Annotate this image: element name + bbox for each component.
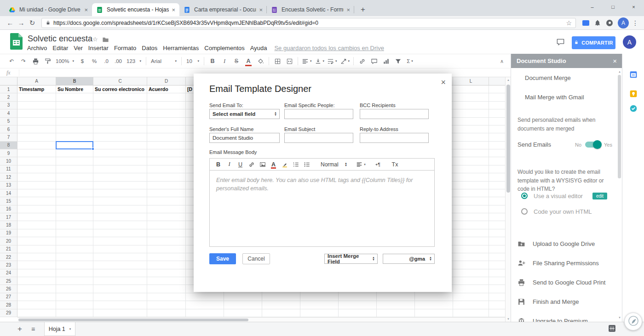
sidebar-item-upload-to-google-drive[interactable]: Upload to Google Drive [518,239,595,249]
cell-B28[interactable] [56,301,93,309]
sidebar-scroll-thumb[interactable] [618,75,621,178]
cell-L27[interactable] [453,293,489,301]
cell-D13[interactable] [147,182,186,189]
cell-B25[interactable] [56,277,93,285]
sidebar-scroll-down-icon[interactable]: ▼ [618,316,621,319]
row-header-6[interactable]: 6 [0,125,17,133]
cell-B8[interactable] [56,142,93,149]
row-header-27[interactable]: 27 [0,293,17,301]
cell-B3[interactable] [56,102,93,109]
sidebar-item-finish-and-merge[interactable]: Finish and Merge [518,296,579,307]
cell-B22[interactable] [56,253,93,261]
cell-B4[interactable] [56,109,93,117]
row-header-5[interactable]: 5 [0,118,17,125]
row-header-9[interactable]: 9 [0,149,17,157]
cell-A6[interactable] [17,125,56,133]
cell-A16[interactable] [17,205,56,213]
cell-M15[interactable] [489,197,505,205]
cell-L14[interactable] [453,189,489,197]
cell-C24[interactable] [93,269,147,277]
cell-A2[interactable] [17,93,56,101]
row-header-7[interactable]: 7 [0,133,17,141]
toolbar-bold-button[interactable]: B [207,56,218,67]
extension-cast-icon[interactable] [581,18,590,28]
cell-M10[interactable] [489,157,505,165]
menu-ayuda[interactable]: Ayuda [247,44,270,52]
row-header-21[interactable]: 21 [0,245,17,253]
cell-L19[interactable] [453,229,489,237]
row-header-19[interactable]: 19 [0,229,17,237]
radio-code-html[interactable]: Code your own HTML [521,207,592,216]
tab-close-icon[interactable]: × [346,6,350,13]
cell-D26[interactable] [147,285,186,293]
cell-A26[interactable] [17,285,56,293]
cell-M13[interactable] [489,182,505,189]
editor-clear-formatting-button[interactable]: Tx [390,159,400,169]
cell-D6[interactable] [147,125,186,133]
cell-L24[interactable] [453,269,489,277]
cell-A13[interactable] [17,182,56,189]
menu-herramientas[interactable]: Herramientas [160,44,201,52]
sidebar-item-send-to-google-cloud-print[interactable]: Send to Google Cloud Print [518,277,605,287]
cell-B11[interactable] [56,165,93,173]
cell-B27[interactable] [56,293,93,301]
browser-tab[interactable]: Encuesta Solvetic - Formularios d× [267,3,354,16]
sidebar-item-upgrade-to-premium[interactable]: Upgrade to Premium [518,316,588,322]
all-sheets-icon[interactable]: ≡ [31,325,35,333]
cell-H29[interactable] [300,309,339,317]
new-tab-button[interactable]: + [357,4,369,15]
toolbar-font-family-button[interactable]: Arial▾ [149,56,178,67]
email-domain-select[interactable]: @gma ▲▼ [383,254,435,264]
cell-L26[interactable] [453,285,489,293]
cell-M20[interactable] [489,237,505,245]
toolbar-more-formats-button[interactable]: 123▾ [125,56,143,67]
cell-D11[interactable] [147,165,186,173]
cell-C10[interactable] [93,157,147,165]
toolbar-create-filter-button[interactable] [392,56,403,67]
cell-C25[interactable] [93,277,147,285]
cell-B23[interactable] [56,261,93,269]
cell-B20[interactable] [56,237,93,245]
cell-L7[interactable] [453,133,489,141]
cell-A15[interactable] [17,197,56,205]
cell-K28[interactable] [415,301,453,309]
row-header-16[interactable]: 16 [0,205,17,213]
extension-icon[interactable] [605,18,614,28]
row-header-12[interactable]: 12 [0,173,17,181]
menu-complementos[interactable]: Complementos [201,44,247,52]
toolbar-horizontal-align-button[interactable]: ▾ [301,56,313,67]
cell-M5[interactable] [489,118,505,125]
account-avatar[interactable]: A [623,35,636,49]
cell-D24[interactable] [147,269,186,277]
cell-B6[interactable] [56,125,93,133]
toolbar-paint-format-button[interactable] [42,56,53,67]
document-title[interactable]: Solvetic encuesta [28,34,92,44]
send-emails-toggle[interactable] [585,142,600,148]
cell-D10[interactable] [147,157,186,165]
dialog-close-icon[interactable]: × [441,78,446,87]
row-header-25[interactable]: 25 [0,277,17,285]
toolbar-borders-button[interactable] [272,56,283,67]
row-header-17[interactable]: 17 [0,213,17,221]
row-header-20[interactable]: 20 [0,237,17,245]
editor-text-color-button[interactable]: A [269,159,278,169]
cell-J27[interactable] [377,293,415,301]
editor-italic-button[interactable]: I [224,159,234,169]
editor-align-button[interactable]: ▾ [356,159,366,169]
cell-M25[interactable] [489,277,505,285]
cell-D19[interactable] [147,229,186,237]
sheet-tab-hoja1[interactable]: Hoja 1 ▾ [44,322,75,336]
cell-B16[interactable] [56,205,93,213]
cell-M14[interactable] [489,189,505,197]
cell-D21[interactable] [147,245,186,253]
toolbar-format-currency-button[interactable]: $ [77,56,88,67]
cell-C1[interactable]: Su correo electronico [93,85,147,93]
cell-B18[interactable] [56,221,93,229]
cell-C4[interactable] [93,109,147,117]
cell-A29[interactable] [17,309,56,317]
cancel-button[interactable]: Cancel [242,253,270,264]
cell-M8[interactable] [489,142,505,149]
cell-C6[interactable] [93,125,147,133]
row-header-22[interactable]: 22 [0,253,17,261]
cell-B24[interactable] [56,269,93,277]
